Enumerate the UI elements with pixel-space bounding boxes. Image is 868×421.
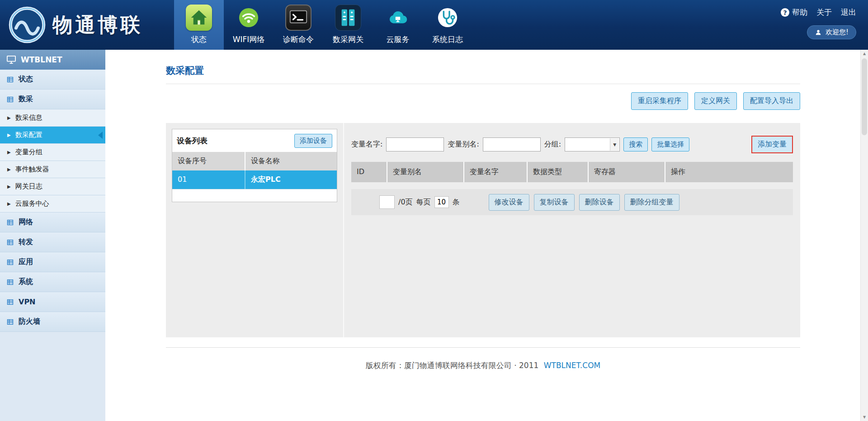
monitor-icon — [6, 55, 16, 64]
sidebar-item-label: 防火墙 — [19, 317, 40, 326]
delete-device-button[interactable]: 删除设备 — [579, 194, 620, 211]
tab-wifi-network[interactable]: WIFI网络 — [224, 0, 274, 50]
logout-link[interactable]: 退出 — [841, 7, 856, 18]
tab-status[interactable]: 状态 — [174, 0, 224, 50]
sidebar-item-label: 网络 — [19, 218, 33, 227]
sidebar: WTBLNET 状态 数采 ▶ 数采信息 ▶ 数采配置 ▶ 变量分组 ▶ 事件触… — [0, 50, 105, 421]
triangle-icon: ▶ — [7, 201, 11, 206]
sidebar-title: WTBLNET — [21, 55, 62, 64]
variable-alias-input[interactable] — [483, 137, 541, 151]
sidebar-item-label: 变量分组 — [15, 148, 42, 156]
tab-system-log[interactable]: 系统日志 — [423, 0, 472, 50]
modify-device-button[interactable]: 修改设备 — [489, 194, 529, 211]
list-icon — [6, 96, 14, 103]
device-name-cell: 永宏PLC — [245, 170, 337, 189]
column-device-no: 设备序号 — [172, 152, 245, 170]
variable-name-label: 变量名字: — [351, 140, 382, 149]
sidebar-item-cloud-service-center[interactable]: ▶ 云服务中心 — [0, 195, 105, 213]
config-import-export-button[interactable]: 配置导入导出 — [743, 92, 800, 110]
tab-data-gateway[interactable]: 数采网关 — [323, 0, 373, 50]
help-icon: ? — [781, 8, 789, 17]
sidebar-item-dc-config[interactable]: ▶ 数采配置 — [0, 127, 105, 144]
list-icon — [6, 298, 14, 306]
variable-name-input[interactable] — [386, 137, 444, 151]
sidebar-item-status[interactable]: 状态 — [0, 70, 105, 90]
sidebar-item-label: 数采信息 — [15, 114, 42, 122]
column-device-name: 设备名称 — [245, 152, 337, 170]
page-number-input[interactable] — [379, 195, 395, 209]
sidebar-item-event-trigger[interactable]: ▶ 事件触发器 — [0, 161, 105, 178]
wifi-icon — [236, 5, 262, 31]
scroll-up-icon[interactable]: ▲ — [861, 50, 868, 57]
triangle-icon: ▶ — [7, 167, 11, 172]
restart-collector-button[interactable]: 重启采集程序 — [631, 92, 688, 110]
about-link[interactable]: 关于 — [816, 7, 832, 18]
sidebar-item-network[interactable]: 网络 — [0, 213, 105, 232]
sidebar-item-dc-info[interactable]: ▶ 数采信息 — [0, 109, 105, 127]
triangle-icon: ▶ — [7, 184, 11, 189]
tab-label: 数采网关 — [333, 34, 363, 45]
column-variable-name: 变量名字 — [464, 162, 528, 182]
list-icon — [6, 259, 14, 266]
add-variable-wrap: 添加变量 — [751, 136, 793, 153]
page-title: 数采配置 — [166, 64, 800, 77]
per-page-input[interactable] — [434, 196, 449, 208]
copyright-text: 版权所有：厦门物通博联网络科技有限公司 · 2011 — [366, 361, 538, 370]
define-gateway-button[interactable]: 定义网关 — [694, 92, 737, 110]
scrollbar-thumb[interactable] — [862, 58, 867, 135]
logo-text: 物通博联 — [52, 12, 143, 38]
main-content: 数采配置 重启采集程序 定义网关 配置导入导出 设备列表 添加设备 设备序号 设… — [105, 50, 860, 421]
variable-panel: 变量名字: 变量别名: 分组: ▼ 搜索 批量选择 添加变量 ID — [343, 123, 800, 337]
batch-select-button[interactable]: 批量选择 — [651, 137, 689, 151]
help-label: 帮助 — [792, 7, 807, 18]
cloud-icon — [385, 5, 411, 31]
vertical-scrollbar[interactable]: ▲ ▼ — [860, 50, 868, 421]
list-icon — [6, 76, 14, 83]
add-device-button[interactable]: 添加设备 — [294, 134, 332, 148]
copy-device-button[interactable]: 复制设备 — [534, 194, 575, 211]
tab-label: WIFI网络 — [233, 34, 265, 45]
help-link[interactable]: ? 帮助 — [781, 7, 807, 18]
scroll-down-icon[interactable]: ▼ — [861, 413, 868, 421]
sidebar-item-vpn[interactable]: VPN — [0, 292, 105, 312]
delete-group-variables-button[interactable]: 删除分组变量 — [624, 194, 679, 211]
tab-label: 诊断命令 — [283, 34, 314, 45]
sidebar-item-system[interactable]: 系统 — [0, 272, 105, 292]
group-label: 分组: — [544, 140, 561, 149]
add-variable-button[interactable]: 添加变量 — [751, 136, 793, 153]
sidebar-item-label: 转发 — [19, 237, 33, 247]
page-total-label: /0页 — [398, 198, 413, 207]
tab-diagnostic-command[interactable]: 诊断命令 — [274, 0, 323, 50]
tab-cloud-service[interactable]: 云服务 — [373, 0, 423, 50]
welcome-badge[interactable]: 欢迎您! — [807, 25, 856, 39]
home-icon — [186, 5, 212, 31]
sidebar-item-variable-group[interactable]: ▶ 变量分组 — [0, 144, 105, 161]
footer-link[interactable]: WTBLNET.COM — [544, 361, 600, 370]
unit-label: 条 — [453, 198, 460, 207]
footer-divider — [166, 347, 800, 348]
device-empty-row — [172, 189, 337, 202]
pagination-row: /0页 每页 条 修改设备 复制设备 删除设备 删除分组变量 — [351, 189, 793, 215]
content-panel: 设备列表 添加设备 设备序号 设备名称 01 永宏PLC — [166, 123, 800, 337]
variable-table-header: ID 变量别名 变量名字 数据类型 寄存器 操作 — [351, 162, 793, 182]
sidebar-item-forward[interactable]: 转发 — [0, 232, 105, 252]
sidebar-header: WTBLNET — [0, 50, 105, 70]
sidebar-item-label: 状态 — [19, 75, 33, 84]
sidebar-menu: 状态 数采 ▶ 数采信息 ▶ 数采配置 ▶ 变量分组 ▶ 事件触发器 ▶ 网关日… — [0, 70, 105, 332]
sidebar-item-firewall[interactable]: 防火墙 — [0, 312, 105, 332]
tab-label: 状态 — [191, 34, 207, 45]
list-icon — [6, 318, 14, 326]
search-button[interactable]: 搜索 — [623, 137, 648, 151]
stethoscope-icon — [434, 5, 461, 31]
sidebar-item-gateway-log[interactable]: ▶ 网关日志 — [0, 178, 105, 195]
sidebar-item-data-collection[interactable]: 数采 — [0, 90, 105, 109]
title-divider — [166, 84, 800, 84]
device-table-header: 设备序号 设备名称 — [172, 152, 337, 170]
device-card-header: 设备列表 添加设备 — [172, 129, 337, 152]
list-icon — [6, 239, 14, 246]
device-row[interactable]: 01 永宏PLC — [172, 170, 337, 189]
sidebar-item-application[interactable]: 应用 — [0, 252, 105, 272]
list-icon — [6, 279, 14, 286]
sidebar-item-label: 系统 — [19, 277, 33, 287]
group-select[interactable]: ▼ — [565, 137, 620, 151]
